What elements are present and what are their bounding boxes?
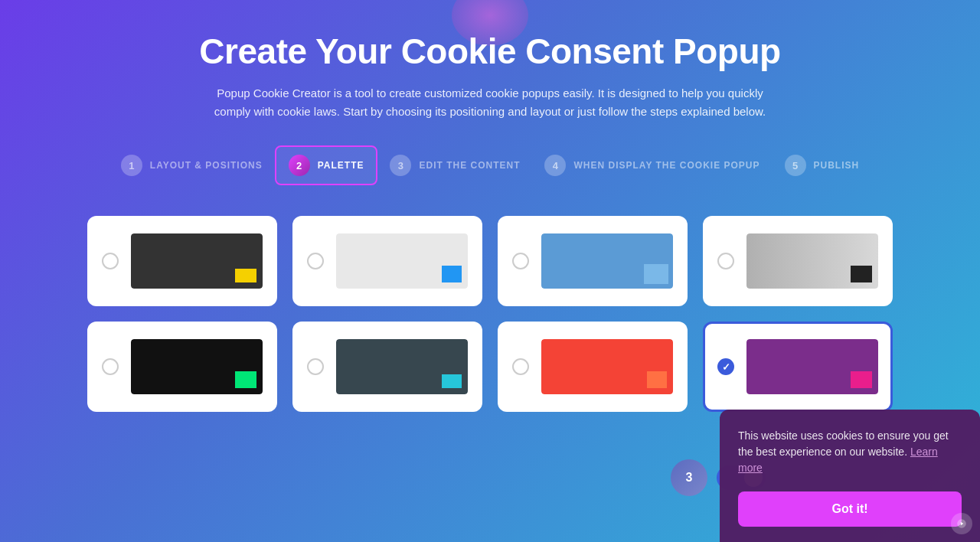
step-3-label: EDIT THE CONTENT [419,160,520,171]
palette-card-5[interactable] [87,322,277,412]
palette-preview-7 [541,339,673,394]
palette-radio-2[interactable] [307,253,324,269]
audio-icon[interactable] [951,513,972,534]
palette-card-8[interactable] [703,322,893,412]
step-5-label: PUBLISH [814,160,860,171]
step-1-layout[interactable]: 1 LAYOUT & POSITIONS [109,147,275,184]
palette-radio-1[interactable] [102,253,119,269]
palette-card-6[interactable] [292,322,482,412]
step-5-number: 5 [785,155,806,176]
palette-grid [41,216,939,412]
cookie-consent-popup: This website uses cookies to ensure you … [720,410,980,542]
step-5-publish[interactable]: 5 PUBLISH [773,147,872,184]
palette-preview-6 [336,339,468,394]
palette-preview-2 [336,233,468,289]
step-3-number: 3 [390,155,411,176]
step-4-display[interactable]: 4 WHEN DISPLAY THE COOKIE POPUP [532,147,772,184]
palette-preview-8 [746,339,878,394]
palette-radio-4[interactable] [717,253,734,269]
palette-card-4[interactable] [703,216,893,306]
palette-radio-8[interactable] [717,358,734,375]
next-step-bubble[interactable]: 3 [671,459,707,496]
step-4-label: WHEN DISPLAY THE COOKIE POPUP [573,160,760,171]
page-subtitle: Popup Cookie Creator is a tool to create… [207,84,773,121]
palette-preview-4 [746,233,878,289]
got-it-button[interactable]: Got it! [738,491,962,527]
palette-card-1[interactable] [87,216,277,306]
palette-card-2[interactable] [292,216,482,306]
steps-navigation: 1 LAYOUT & POSITIONS 2 PALETTE 3 EDIT TH… [109,145,871,185]
step-1-number: 1 [121,155,142,176]
palette-preview-3 [541,233,673,289]
palette-preview-5 [131,339,263,394]
palette-card-7[interactable] [498,322,688,412]
palette-radio-7[interactable] [512,358,529,375]
palette-radio-6[interactable] [307,358,324,375]
step-2-palette[interactable]: 2 PALETTE [275,145,378,185]
step-2-label: PALETTE [318,160,364,171]
palette-card-3[interactable] [498,216,688,306]
step-2-number: 2 [289,155,310,176]
palette-radio-3[interactable] [512,253,529,269]
palette-radio-5[interactable] [102,358,119,375]
palette-preview-1 [131,233,263,289]
step-1-label: LAYOUT & POSITIONS [150,160,263,171]
cookie-text: This website uses cookies to ensure you … [738,428,962,476]
step-3-content[interactable]: 3 EDIT THE CONTENT [377,147,532,184]
page-title: Create Your Cookie Consent Popup [199,31,780,72]
step-4-number: 4 [544,155,566,176]
